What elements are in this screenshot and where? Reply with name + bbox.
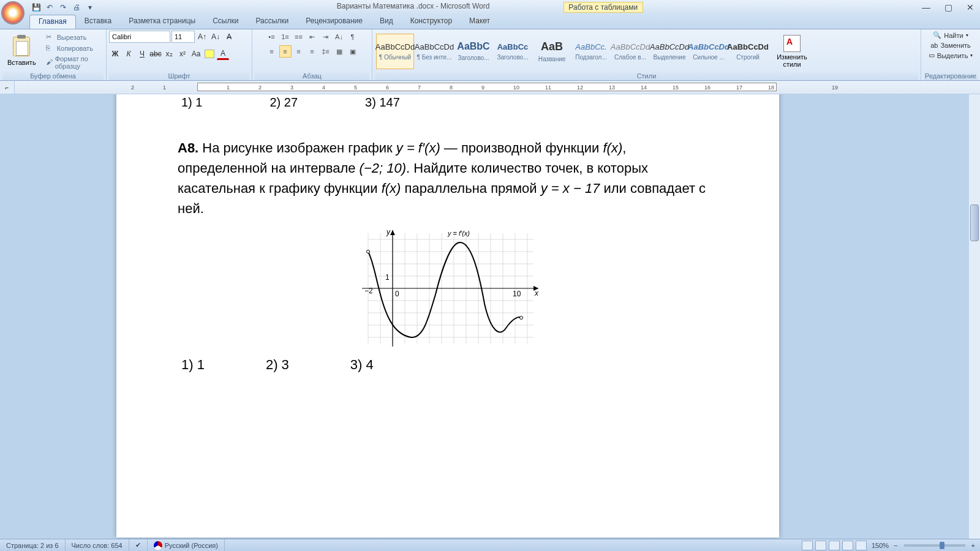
- style-heading2[interactable]: AaBbCcЗаголово...: [494, 34, 532, 69]
- copy-icon: ⎘: [46, 44, 55, 53]
- shrink-font-button[interactable]: A↓: [209, 31, 222, 43]
- clear-format-button[interactable]: A̶: [223, 31, 235, 43]
- align-left-button[interactable]: ≡: [266, 45, 278, 58]
- show-marks-button[interactable]: ¶: [347, 31, 359, 43]
- status-proofing[interactable]: ✔: [129, 539, 148, 551]
- dec-indent-button[interactable]: ⇤: [306, 31, 318, 43]
- borders-button[interactable]: ▣: [347, 45, 359, 58]
- page[interactable]: 1) 1 2) 27 3) 147 А8. На рисунке изображ…: [116, 94, 779, 538]
- style-title[interactable]: АаВНазвание: [533, 34, 571, 69]
- save-icon[interactable]: 💾: [31, 2, 42, 13]
- scrollbar-thumb[interactable]: [970, 204, 979, 241]
- font-family-select[interactable]: [109, 31, 170, 43]
- styles-gallery: AaBbCcDd¶ Обычный AaBbCcDd¶ Без инте... …: [375, 32, 768, 70]
- copy-button[interactable]: ⎘Копировать: [43, 43, 104, 53]
- tab-home[interactable]: Главная: [29, 15, 76, 29]
- underline-button[interactable]: Ч: [136, 48, 148, 60]
- style-no-spacing[interactable]: AaBbCcDd¶ Без инте...: [415, 34, 453, 69]
- cut-button[interactable]: ✂Вырезать: [43, 32, 104, 42]
- style-normal[interactable]: AaBbCcDd¶ Обычный: [376, 34, 414, 69]
- change-styles-icon: [783, 35, 801, 52]
- style-subtle-emph[interactable]: AaBbCcDdСлабое в...: [611, 34, 649, 69]
- bold-button[interactable]: Ж: [109, 48, 121, 60]
- justify-button[interactable]: ≡: [306, 45, 318, 58]
- highlight-button[interactable]: [203, 48, 216, 60]
- tab-selector[interactable]: ⌐: [0, 81, 15, 94]
- view-outline[interactable]: [842, 541, 853, 550]
- zoom-out-button[interactable]: −: [894, 542, 897, 549]
- superscript-button[interactable]: x²: [176, 48, 189, 60]
- find-button[interactable]: 🔍Найти▾: [929, 31, 971, 40]
- close-button[interactable]: ✕: [963, 2, 978, 13]
- svg-text:−2: −2: [364, 287, 373, 295]
- horizontal-ruler[interactable]: 2112345678910111213141516171819: [15, 81, 980, 94]
- tab-mailings[interactable]: Рассылки: [247, 15, 297, 29]
- inc-indent-button[interactable]: ⇥: [320, 31, 332, 43]
- group-label-editing: Редактирование: [924, 72, 978, 80]
- zoom-thumb[interactable]: [940, 542, 944, 549]
- subscript-button[interactable]: x₂: [163, 48, 175, 60]
- highlight-icon: [205, 50, 214, 58]
- maximize-button[interactable]: ▢: [941, 2, 956, 13]
- font-size-select[interactable]: [172, 31, 195, 43]
- tab-review[interactable]: Рецензирование: [297, 15, 371, 29]
- vertical-scrollbar[interactable]: [969, 94, 980, 539]
- font-color-button[interactable]: A: [217, 48, 229, 60]
- proof-icon: ✔: [135, 541, 141, 549]
- paste-button[interactable]: Вставить: [2, 34, 41, 69]
- svg-text:x: x: [534, 289, 539, 298]
- tab-references[interactable]: Ссылки: [204, 15, 247, 29]
- office-button[interactable]: [1, 1, 24, 24]
- status-page[interactable]: Страница: 2 из 6: [0, 539, 66, 551]
- style-intense-emph[interactable]: AaBbCcDdСильное ...: [690, 34, 728, 69]
- svg-text:y: y: [386, 228, 391, 236]
- bullets-button[interactable]: •≡: [266, 31, 278, 43]
- change-case-button[interactable]: Aa: [190, 48, 202, 60]
- multilevel-button[interactable]: ≡≡: [293, 31, 305, 43]
- zoom-in-button[interactable]: +: [971, 542, 975, 549]
- view-print-layout[interactable]: [802, 541, 813, 550]
- align-right-button[interactable]: ≡: [293, 45, 305, 58]
- minimize-button[interactable]: —: [919, 2, 933, 13]
- select-icon: ▭: [929, 51, 935, 59]
- italic-button[interactable]: К: [123, 48, 135, 60]
- style-strong[interactable]: AaBbCcDdСтрогий: [729, 34, 767, 69]
- globe-icon: [154, 541, 162, 550]
- change-styles-button[interactable]: Изменить стили: [771, 32, 813, 70]
- status-language[interactable]: Русский (Россия): [148, 539, 225, 551]
- group-label-styles: Стили: [375, 72, 918, 80]
- zoom-level[interactable]: 150%: [872, 542, 889, 549]
- tab-table-layout[interactable]: Макет: [461, 15, 499, 29]
- style-subtitle[interactable]: AaBbCc.Подзагол...: [572, 34, 610, 69]
- numbering-button[interactable]: 1≡: [279, 31, 292, 43]
- scissors-icon: ✂: [46, 33, 55, 42]
- redo-icon[interactable]: ↷: [58, 2, 69, 13]
- view-full-screen[interactable]: [815, 541, 826, 550]
- grow-font-button[interactable]: A↑: [196, 31, 208, 43]
- group-label-clipboard: Буфер обмена: [2, 72, 104, 80]
- tab-insert[interactable]: Вставка: [76, 15, 121, 29]
- view-draft[interactable]: [856, 541, 867, 550]
- tab-view[interactable]: Вид: [371, 15, 402, 29]
- replace-button[interactable]: abЗаменить: [927, 41, 974, 50]
- format-painter-button[interactable]: 🖌Формат по образцу: [43, 54, 104, 70]
- quick-access-toolbar: 💾 ↶ ↷ 🖨 ▾: [31, 2, 96, 13]
- shading-button[interactable]: ▦: [333, 45, 345, 58]
- align-center-button[interactable]: ≡: [279, 45, 292, 58]
- chevron-down-icon: ▾: [966, 32, 968, 38]
- style-heading1[interactable]: AaBbCЗаголово...: [454, 34, 492, 69]
- undo-icon[interactable]: ↶: [44, 2, 55, 13]
- status-words[interactable]: Число слов: 654: [66, 539, 129, 551]
- strike-button[interactable]: abc: [149, 48, 162, 60]
- sort-button[interactable]: A↓: [333, 31, 345, 43]
- zoom-slider[interactable]: [904, 544, 965, 547]
- view-web-layout[interactable]: [829, 541, 840, 550]
- tab-page-layout[interactable]: Разметка страницы: [120, 15, 204, 29]
- print-preview-icon[interactable]: 🖨: [71, 2, 82, 13]
- line-spacing-button[interactable]: ‡≡: [320, 45, 332, 58]
- qat-dropdown-icon[interactable]: ▾: [85, 2, 96, 13]
- brush-icon: 🖌: [46, 58, 53, 67]
- tab-table-design[interactable]: Конструктор: [402, 15, 461, 29]
- select-button[interactable]: ▭Выделить▾: [925, 51, 977, 60]
- style-emphasis[interactable]: AaBbCcDdВыделение: [650, 34, 688, 69]
